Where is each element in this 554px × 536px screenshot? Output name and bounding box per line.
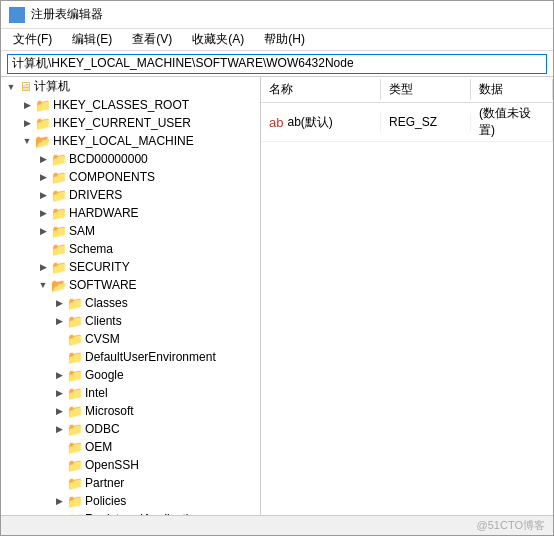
tree-node-cvsm[interactable]: ▶ 📁 CVSM: [1, 330, 260, 348]
expand-sam[interactable]: ▶: [35, 223, 51, 239]
folder-icon-openssh: 📁: [67, 458, 83, 473]
label-schema: Schema: [69, 242, 113, 256]
folder-icon-partner: 📁: [67, 476, 83, 491]
expand-components[interactable]: ▶: [35, 169, 51, 185]
folder-icon-hkcu: 📁: [35, 116, 51, 131]
folder-icon-oem: 📁: [67, 440, 83, 455]
tree-node-bcd[interactable]: ▶ 📁 BCD00000000: [1, 150, 260, 168]
tree-node-sam[interactable]: ▶ 📁 SAM: [1, 222, 260, 240]
menu-view[interactable]: 查看(V): [128, 31, 176, 48]
tree-node-partner[interactable]: ▶ 📁 Partner: [1, 474, 260, 492]
cell-data-default: (数值未设置): [471, 103, 553, 141]
expand-clients[interactable]: ▶: [51, 313, 67, 329]
menu-bar: 文件(F) 编辑(E) 查看(V) 收藏夹(A) 帮助(H): [1, 29, 553, 51]
registry-editor-window: 注册表编辑器 文件(F) 编辑(E) 查看(V) 收藏夹(A) 帮助(H) ▼ …: [0, 0, 554, 536]
col-data: 数据: [471, 79, 553, 100]
expand-hklm[interactable]: ▼: [19, 133, 35, 149]
svg-rect-3: [18, 16, 22, 20]
expand-software[interactable]: ▼: [35, 277, 51, 293]
cell-type-default: REG_SZ: [381, 113, 471, 131]
expand-odbc[interactable]: ▶: [51, 421, 67, 437]
address-input[interactable]: [7, 54, 547, 74]
tree-node-software[interactable]: ▼ 📂 SOFTWARE: [1, 276, 260, 294]
label-bcd: BCD00000000: [69, 152, 148, 166]
tree-node-google[interactable]: ▶ 📁 Google: [1, 366, 260, 384]
detail-row-default[interactable]: ab ab(默认) REG_SZ (数值未设置): [261, 103, 553, 142]
label-classes: Classes: [85, 296, 128, 310]
svg-rect-1: [18, 10, 22, 14]
col-name: 名称: [261, 79, 381, 100]
status-bar: @51CTO博客: [1, 515, 553, 535]
menu-favorites[interactable]: 收藏夹(A): [188, 31, 248, 48]
folder-icon-software: 📂: [51, 278, 67, 293]
menu-edit[interactable]: 编辑(E): [68, 31, 116, 48]
expand-security[interactable]: ▶: [35, 259, 51, 275]
tree-node-hklm[interactable]: ▼ 📂 HKEY_LOCAL_MACHINE: [1, 132, 260, 150]
folder-icon-defaultuserenv: 📁: [67, 350, 83, 365]
expand-policies[interactable]: ▶: [51, 493, 67, 509]
folder-icon-cvsm: 📁: [67, 332, 83, 347]
expand-intel[interactable]: ▶: [51, 385, 67, 401]
menu-file[interactable]: 文件(F): [9, 31, 56, 48]
tree-panel: ▼ 🖥 计算机 ▶ 📁 HKEY_CLASSES_ROOT ▶ 📁 HKEY_C…: [1, 77, 261, 515]
tree-node-drivers[interactable]: ▶ 📁 DRIVERS: [1, 186, 260, 204]
expand-bcd[interactable]: ▶: [35, 151, 51, 167]
tree-node-hkcu[interactable]: ▶ 📁 HKEY_CURRENT_USER: [1, 114, 260, 132]
label-security: SECURITY: [69, 260, 130, 274]
expand-google[interactable]: ▶: [51, 367, 67, 383]
tree-node-security[interactable]: ▶ 📁 SECURITY: [1, 258, 260, 276]
title-bar: 注册表编辑器: [1, 1, 553, 29]
watermark: @51CTO博客: [477, 518, 545, 533]
tree-node-defaultuserenv[interactable]: ▶ 📁 DefaultUserEnvironment: [1, 348, 260, 366]
tree-node-clients[interactable]: ▶ 📁 Clients: [1, 312, 260, 330]
label-hkcu: HKEY_CURRENT_USER: [53, 116, 191, 130]
main-content: ▼ 🖥 计算机 ▶ 📁 HKEY_CLASSES_ROOT ▶ 📁 HKEY_C…: [1, 77, 553, 515]
tree-node-hkcr[interactable]: ▶ 📁 HKEY_CLASSES_ROOT: [1, 96, 260, 114]
tree-root[interactable]: ▼ 🖥 计算机: [1, 77, 260, 96]
tree-node-openssh[interactable]: ▶ 📁 OpenSSH: [1, 456, 260, 474]
folder-icon-drivers: 📁: [51, 188, 67, 203]
expand-hkcr[interactable]: ▶: [19, 97, 35, 113]
tree-node-microsoft[interactable]: ▶ 📁 Microsoft: [1, 402, 260, 420]
folder-icon-schema: 📁: [51, 242, 67, 257]
expand-hardware[interactable]: ▶: [35, 205, 51, 221]
label-software: SOFTWARE: [69, 278, 137, 292]
reg-value-icon: ab: [269, 115, 283, 130]
label-clients: Clients: [85, 314, 122, 328]
label-sam: SAM: [69, 224, 95, 238]
expand-classes[interactable]: ▶: [51, 295, 67, 311]
expand-hkcu[interactable]: ▶: [19, 115, 35, 131]
folder-icon-hklm: 📂: [35, 134, 51, 149]
label-drivers: DRIVERS: [69, 188, 122, 202]
tree-node-schema[interactable]: ▶ 📁 Schema: [1, 240, 260, 258]
expand-microsoft[interactable]: ▶: [51, 403, 67, 419]
folder-icon-policies: 📁: [67, 494, 83, 509]
tree-node-components[interactable]: ▶ 📁 COMPONENTS: [1, 168, 260, 186]
svg-rect-0: [12, 10, 16, 14]
folder-icon-classes: 📁: [67, 296, 83, 311]
label-microsoft: Microsoft: [85, 404, 134, 418]
tree-node-intel[interactable]: ▶ 📁 Intel: [1, 384, 260, 402]
expand-computer[interactable]: ▼: [3, 79, 19, 95]
label-partner: Partner: [85, 476, 124, 490]
tree-node-hardware[interactable]: ▶ 📁 HARDWARE: [1, 204, 260, 222]
cell-name-default: ab ab(默认): [261, 112, 381, 133]
cell-name-label: ab(默认): [287, 114, 332, 131]
folder-icon-microsoft: 📁: [67, 404, 83, 419]
col-type: 类型: [381, 79, 471, 100]
label-policies: Policies: [85, 494, 126, 508]
folder-icon-intel: 📁: [67, 386, 83, 401]
tree-node-odbc[interactable]: ▶ 📁 ODBC: [1, 420, 260, 438]
detail-header: 名称 类型 数据: [261, 77, 553, 103]
tree-node-policies[interactable]: ▶ 📁 Policies: [1, 492, 260, 510]
menu-help[interactable]: 帮助(H): [260, 31, 309, 48]
label-openssh: OpenSSH: [85, 458, 139, 472]
folder-icon-security: 📁: [51, 260, 67, 275]
tree-root-label: 计算机: [34, 78, 70, 95]
tree-node-classes[interactable]: ▶ 📁 Classes: [1, 294, 260, 312]
folder-icon-hardware: 📁: [51, 206, 67, 221]
tree-node-oem[interactable]: ▶ 📁 OEM: [1, 438, 260, 456]
label-hkcr: HKEY_CLASSES_ROOT: [53, 98, 189, 112]
folder-icon-hkcr: 📁: [35, 98, 51, 113]
expand-drivers[interactable]: ▶: [35, 187, 51, 203]
